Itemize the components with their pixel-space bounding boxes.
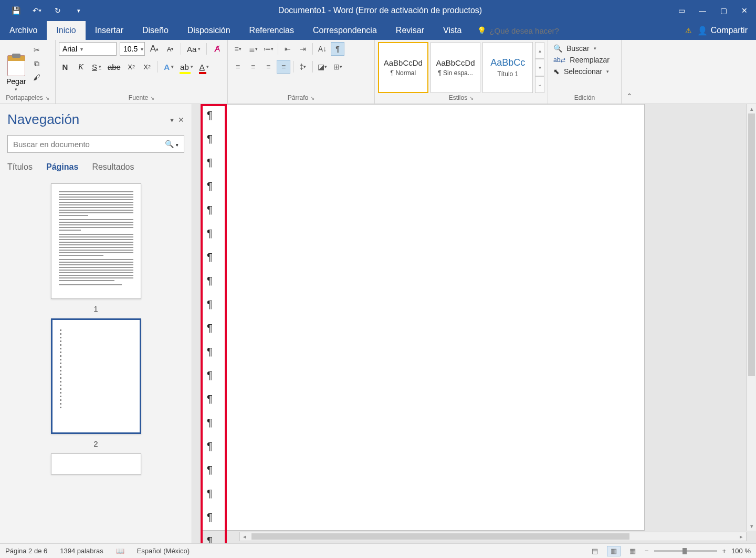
share-label: Compartir	[711, 26, 748, 35]
cut-icon[interactable]: ✂	[31, 44, 43, 56]
zoom-in-icon[interactable]: +	[722, 547, 727, 555]
font-color-button[interactable]: A	[198, 60, 211, 74]
find-button[interactable]: 🔍Buscar ▾	[553, 44, 616, 53]
tab-review[interactable]: Revisar	[386, 21, 434, 40]
underline-button[interactable]: S	[90, 60, 103, 74]
font-dialog-icon[interactable]: ↘	[150, 95, 154, 101]
style-heading1[interactable]: AaBbCc Título 1	[482, 42, 533, 93]
borders-button[interactable]: ⊞▾	[331, 60, 344, 74]
undo-icon[interactable]: ↶ ▾	[27, 2, 46, 19]
replace-button[interactable]: ab⇄Reemplazar	[553, 56, 616, 64]
multilevel-button[interactable]: ≔▾	[261, 42, 275, 56]
paste-button[interactable]: Pegar ▾	[3, 42, 29, 93]
document-view[interactable]: ¶¶¶¶¶¶¶¶¶¶¶¶¶¶¶¶¶¶¶¶¶ ▴ ▾ ◂▸	[192, 104, 756, 543]
paragraph-marks: ¶¶¶¶¶¶¶¶¶¶¶¶¶¶¶¶¶¶¶¶¶	[207, 109, 213, 543]
group-paragraph: ≡▾ ≣▾ ≔▾ ⇤ ⇥ A↓ ¶ ≡ ≡ ≡ ≡ ‡▾ ◪▾ ⊞▾	[228, 40, 375, 104]
thumb-1-number: 1	[93, 304, 98, 313]
thumbnail-page-1[interactable]	[51, 183, 141, 299]
horizontal-scrollbar[interactable]: ◂▸	[239, 532, 747, 541]
font-name-combo[interactable]: Arial▾	[59, 42, 117, 56]
select-button[interactable]: ⬉Seleccionar ▾	[553, 67, 616, 76]
style-normal[interactable]: AaBbCcDd ¶ Normal	[378, 42, 428, 93]
styles-dialog-icon[interactable]: ↘	[469, 95, 474, 101]
style-no-spacing[interactable]: AaBbCcDd ¶ Sin espa...	[430, 42, 481, 93]
tell-me[interactable]: 💡	[471, 21, 685, 40]
nav-tab-results[interactable]: Resultados	[92, 162, 134, 174]
status-words[interactable]: 1394 palabras	[60, 547, 103, 555]
redo-icon[interactable]: ↻	[48, 2, 67, 19]
align-left-icon[interactable]: ≡	[231, 60, 245, 74]
nav-search-input[interactable]	[13, 140, 165, 149]
align-right-icon[interactable]: ≡	[261, 60, 275, 74]
format-painter-icon[interactable]: 🖌	[31, 71, 43, 83]
grow-font-icon[interactable]: A▴	[148, 42, 161, 56]
nav-tab-pages[interactable]: Páginas	[46, 162, 78, 174]
increase-indent-icon[interactable]: ⇥	[296, 42, 310, 56]
close-icon[interactable]: ✕	[735, 2, 754, 19]
align-center-icon[interactable]: ≡	[246, 60, 260, 74]
justify-icon[interactable]: ≡	[277, 60, 290, 74]
proofing-icon[interactable]: 📖	[116, 547, 124, 555]
minimize-icon[interactable]: —	[693, 2, 712, 19]
thumbnail-page-3[interactable]	[51, 453, 141, 474]
zoom-level[interactable]: 100 %	[731, 547, 751, 555]
font-size-combo[interactable]: 10.5▾	[120, 42, 145, 56]
save-icon[interactable]: 💾	[6, 2, 25, 19]
tell-me-input[interactable]	[489, 26, 594, 35]
superscript-button[interactable]: X2	[141, 60, 153, 74]
strike-button[interactable]: abc	[106, 60, 122, 74]
styles-scrollbar[interactable]: ▴▾⌄	[535, 42, 544, 93]
show-hide-paragraph-icon[interactable]: ¶	[331, 42, 344, 56]
status-language[interactable]: Español (México)	[137, 547, 190, 555]
numbering-button[interactable]: ≣▾	[246, 42, 260, 56]
copy-icon[interactable]: ⧉	[31, 58, 43, 69]
web-layout-icon[interactable]: ▦	[626, 546, 639, 556]
tab-insert[interactable]: Insertar	[86, 21, 133, 40]
search-icon[interactable]: 🔍 ▾	[165, 140, 178, 148]
sort-icon[interactable]: A↓	[316, 42, 329, 56]
clear-formatting-icon[interactable]: A̸	[211, 42, 224, 56]
zoom-slider[interactable]	[654, 550, 717, 552]
navigation-search[interactable]: 🔍 ▾	[7, 135, 184, 153]
clipboard-dialog-icon[interactable]: ↘	[45, 95, 49, 101]
nav-tabs: Títulos Páginas Resultados	[7, 162, 184, 174]
read-mode-icon[interactable]: ▤	[588, 546, 602, 556]
status-page[interactable]: Página 2 de 6	[5, 547, 47, 555]
paragraph-dialog-icon[interactable]: ↘	[310, 95, 314, 101]
thumbnail-page-2[interactable]	[51, 318, 141, 434]
subscript-button[interactable]: X2	[125, 60, 138, 74]
bullets-button[interactable]: ≡▾	[231, 42, 245, 56]
nav-dropdown-icon[interactable]: ▾	[170, 116, 174, 124]
warning-icon[interactable]: ⚠	[685, 26, 692, 35]
collapse-ribbon-icon[interactable]: ⌃	[622, 40, 637, 104]
document-page[interactable]	[201, 104, 645, 531]
tab-design[interactable]: Diseño	[133, 21, 178, 40]
vertical-scrollbar[interactable]: ▴ ▾	[747, 104, 756, 531]
font-label: Fuente	[129, 94, 148, 101]
tab-references[interactable]: Referencias	[240, 21, 303, 40]
shrink-font-icon[interactable]: A▾	[164, 42, 176, 56]
tab-home[interactable]: Inicio	[47, 21, 85, 40]
zoom-out-icon[interactable]: −	[645, 547, 649, 555]
qat-customize-icon[interactable]: ▾	[69, 2, 88, 19]
change-case-button[interactable]: Aa	[185, 42, 202, 56]
text-effects-button[interactable]: A	[162, 60, 175, 74]
italic-button[interactable]: K	[75, 60, 87, 74]
ribbon-display-icon[interactable]: ▭	[672, 2, 691, 19]
tab-view[interactable]: Vista	[434, 21, 471, 40]
nav-close-icon[interactable]: ✕	[178, 116, 184, 124]
cursor-icon: ⬉	[553, 67, 560, 76]
share-button[interactable]: 👤 Compartir	[697, 26, 748, 36]
print-layout-icon[interactable]: ▥	[607, 546, 621, 556]
nav-tab-titles[interactable]: Títulos	[7, 162, 33, 174]
tab-layout[interactable]: Disposición	[178, 21, 240, 40]
maximize-icon[interactable]: ▢	[714, 2, 733, 19]
shading-button[interactable]: ◪▾	[316, 60, 329, 74]
line-spacing-button[interactable]: ‡▾	[296, 60, 310, 74]
bold-button[interactable]: N	[59, 60, 71, 74]
decrease-indent-icon[interactable]: ⇤	[281, 42, 295, 56]
tab-mailings[interactable]: Correspondencia	[303, 21, 386, 40]
tab-file[interactable]: Archivo	[0, 21, 47, 40]
group-styles: AaBbCcDd ¶ Normal AaBbCcDd ¶ Sin espa...…	[375, 40, 548, 104]
highlight-button[interactable]: ab	[178, 60, 195, 74]
